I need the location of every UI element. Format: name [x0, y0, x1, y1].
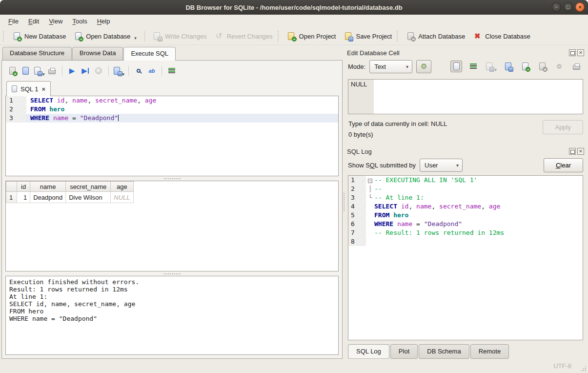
- mode-select[interactable]: Text ▾: [369, 60, 412, 73]
- save-project-button[interactable]: Save Project: [340, 30, 396, 43]
- print-button[interactable]: [46, 65, 58, 77]
- chevron-down-icon[interactable]: ▾: [42, 72, 45, 77]
- chevron-down-icon[interactable]: ▾: [122, 72, 125, 77]
- editor-line[interactable]: 3WHERE name = "Deadpond": [6, 114, 338, 123]
- cell[interactable]: Dive Wilson: [66, 192, 111, 203]
- code-text: FROM hero: [26, 105, 338, 114]
- tab-browse-data[interactable]: Browse Data: [72, 47, 123, 60]
- save-results-icon: [113, 67, 122, 75]
- edit-cell-dock-header: Edit Database Cell ✕: [347, 47, 584, 58]
- open-project-button[interactable]: →Open Project: [283, 30, 340, 43]
- open-in-app-button[interactable]: ∞: [536, 61, 548, 72]
- corner-header[interactable]: [6, 182, 17, 192]
- open-project-icon: →: [287, 32, 296, 41]
- dock-tab-remote[interactable]: Remote: [470, 344, 509, 359]
- fold-margin: [361, 228, 366, 237]
- close-tab-icon[interactable]: ×: [41, 85, 45, 93]
- dock-tab-sql-log[interactable]: SQL Log: [348, 344, 389, 359]
- dock-tab-plot[interactable]: Plot: [390, 344, 418, 359]
- cell-editor-box[interactable]: NULL: [348, 79, 583, 114]
- new-sql-tab-button[interactable]: +: [6, 65, 18, 77]
- text-cursor: [118, 115, 119, 121]
- cell-settings-button[interactable]: ⚙: [416, 60, 431, 73]
- editor-line[interactable]: 2FROM hero: [6, 105, 338, 114]
- menu-view[interactable]: View: [44, 16, 67, 26]
- save-results-button[interactable]: ▾: [113, 65, 125, 77]
- execute-line-icon: ▶: [81, 67, 90, 75]
- clear-button[interactable]: Clear: [544, 158, 583, 172]
- chevron-down-icon: ▾: [456, 163, 459, 168]
- results-grid[interactable]: idnamesecret_nameage11DeadpondDive Wilso…: [5, 181, 339, 271]
- log-line[interactable]: 8: [348, 237, 583, 246]
- execute-all-button[interactable]: ▶: [66, 65, 78, 77]
- log-line[interactable]: 3└-- At line 1:: [348, 193, 583, 202]
- tab-database-structure[interactable]: Database Structure: [2, 47, 72, 60]
- attach-database-icon: ∞: [406, 32, 415, 41]
- log-line[interactable]: 2│--: [348, 185, 583, 193]
- table-row[interactable]: 11DeadpondDive WilsonNULL: [6, 192, 134, 203]
- find-button[interactable]: [133, 65, 144, 77]
- import-data-button[interactable]: [502, 61, 514, 72]
- dock-tab-db-schema[interactable]: DB Schema: [419, 344, 469, 359]
- open-database-button[interactable]: →Open Database▾: [70, 30, 141, 43]
- sql-log-title: SQL Log: [347, 148, 568, 155]
- sql-1-tab[interactable]: SQL 1 ×: [6, 81, 51, 96]
- print-cell-button[interactable]: [570, 61, 582, 72]
- cell[interactable]: 1: [17, 192, 30, 203]
- execute-line-button[interactable]: ▶: [80, 65, 91, 77]
- undock-icon[interactable]: [569, 49, 576, 56]
- cell[interactable]: Deadpond: [30, 192, 66, 203]
- format-sql-button[interactable]: ab: [146, 65, 158, 77]
- line-number: 8: [348, 237, 361, 246]
- execution-log[interactable]: Execution finished without errors. Resul…: [5, 276, 339, 355]
- save-sql-file-button[interactable]: ▾: [33, 65, 45, 77]
- sql-log-view[interactable]: 1−-- EXECUTING ALL IN 'SQL 1'2│--3└-- At…: [348, 175, 583, 340]
- titlebar[interactable]: DB Browser for SQLite - /home/user/code/…: [0, 0, 588, 15]
- log-line[interactable]: 6WHERE name = "Deadpond": [348, 220, 583, 228]
- text-mode-button[interactable]: [450, 61, 462, 72]
- export-data-button[interactable]: →: [519, 61, 531, 72]
- toggle-comment-button[interactable]: [166, 65, 178, 77]
- submitter-select[interactable]: User ▾: [420, 159, 463, 172]
- close-dock-icon[interactable]: ✕: [577, 49, 584, 56]
- log-line[interactable]: 1−-- EXECUTING ALL IN 'SQL 1': [348, 176, 583, 185]
- cell[interactable]: NULL: [111, 192, 133, 203]
- code-text: WHERE name = "Deadpond": [26, 114, 338, 123]
- log-line[interactable]: 7-- Result: 1 rows returned in 12ms: [348, 228, 583, 237]
- auto-indent-button[interactable]: [467, 61, 479, 72]
- chevron-down-icon[interactable]: ▾: [134, 36, 137, 41]
- log-line[interactable]: 4SELECT id, name, secret_name, age: [348, 202, 583, 211]
- attach-database-button[interactable]: ∞Attach Database: [402, 30, 469, 43]
- maximize-button[interactable]: □: [564, 2, 573, 12]
- save-cell-icon: [485, 62, 493, 71]
- cell-size-info: 0 byte(s): [348, 131, 543, 138]
- column-header-secret-name[interactable]: secret_name: [66, 182, 111, 192]
- editor-line[interactable]: 1SELECT id, name, secret_name, age: [6, 96, 338, 105]
- column-header-age[interactable]: age: [111, 182, 133, 192]
- open-in-app-icon: ∞: [538, 62, 547, 71]
- menu-tools[interactable]: Tools: [68, 16, 91, 26]
- column-header-id[interactable]: id: [17, 182, 30, 192]
- splitter-results-log[interactable]: [5, 271, 339, 276]
- minimize-button[interactable]: −: [552, 2, 561, 12]
- splitter-editor-results[interactable]: [5, 176, 339, 181]
- row-header[interactable]: 1: [6, 192, 17, 203]
- menu-edit[interactable]: Edit: [24, 16, 43, 26]
- close-database-button[interactable]: ✖Close Database: [469, 30, 534, 43]
- resize-grip-icon[interactable]: [580, 365, 587, 372]
- auto-indent-icon: [469, 62, 478, 71]
- log-line[interactable]: 5FROM hero: [348, 211, 583, 220]
- menu-file[interactable]: File: [4, 16, 23, 26]
- undock-icon[interactable]: [569, 148, 576, 155]
- close-button[interactable]: ×: [575, 2, 585, 12]
- open-sql-file-button[interactable]: [20, 65, 31, 77]
- sql-editor[interactable]: 1SELECT id, name, secret_name, age2FROM …: [5, 96, 339, 176]
- new-database-button[interactable]: +New Database: [8, 30, 70, 43]
- button-label: Revert Changes: [227, 33, 273, 40]
- tab-execute-sql[interactable]: Execute SQL: [123, 47, 176, 61]
- column-header-name[interactable]: name: [30, 182, 66, 192]
- menu-help[interactable]: Help: [93, 16, 115, 26]
- fold-collapse-icon[interactable]: −: [366, 176, 374, 185]
- close-dock-icon[interactable]: ✕: [577, 148, 584, 155]
- mode-label: Mode:: [348, 63, 365, 70]
